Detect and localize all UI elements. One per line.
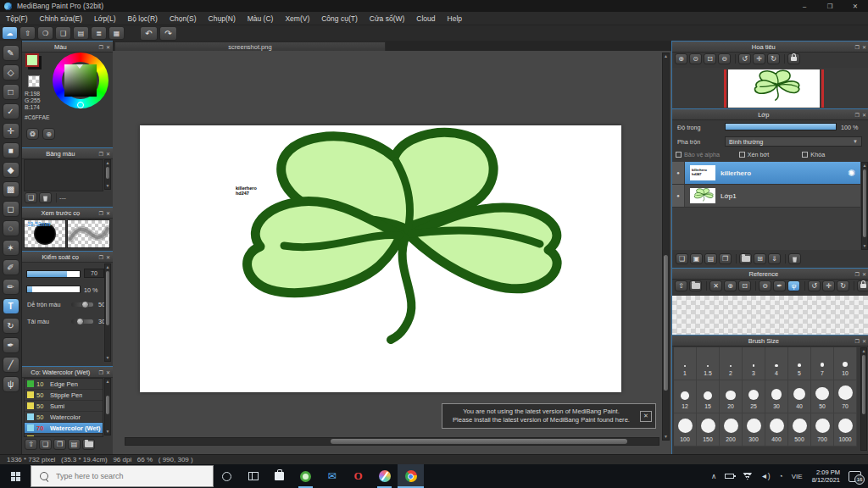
notification-close-button[interactable]: ✕ — [640, 411, 652, 422]
duplicate-layer-icon[interactable]: ⊞ — [754, 253, 766, 264]
fit-window-icon[interactable]: ⊡ — [704, 53, 716, 64]
brush-size-option[interactable]: 4 — [765, 347, 788, 380]
search-input[interactable] — [54, 471, 202, 481]
mail-taskbar-button[interactable]: ✉ — [319, 464, 345, 488]
menu-item-3[interactable]: Bộ lọc(R) — [122, 12, 164, 25]
scroll-thumb[interactable] — [106, 167, 109, 179]
reset-view-icon[interactable]: ✛ — [822, 280, 835, 291]
scroll-down-icon[interactable]: ▼ — [105, 183, 110, 189]
scroll-up-icon[interactable]: ▲ — [663, 53, 669, 59]
brush-control-scrollbar[interactable]: ▲ ▼ — [104, 263, 111, 362]
brush-item[interactable]: 10Edge Pen — [25, 379, 103, 390]
store-taskbar-button[interactable] — [266, 464, 292, 488]
grid-icon[interactable]: ▦ — [108, 26, 125, 40]
scroll-thumb[interactable] — [106, 396, 109, 414]
clock[interactable]: 2:09 PM 8/12/2021 — [812, 469, 840, 484]
merge-layer-icon[interactable]: ⇓ — [768, 253, 781, 264]
scroll-up-icon[interactable]: ▲ — [105, 264, 110, 270]
select-pen-tool[interactable]: ✐ — [3, 259, 19, 275]
lasso-tool[interactable]: ◌ — [3, 220, 19, 236]
maximize-button[interactable]: ❐ — [817, 0, 843, 12]
layer-visibility-dot[interactable]: ● — [672, 162, 685, 184]
scroll-up-icon[interactable]: ▲ — [862, 163, 867, 169]
brush-size-option[interactable]: 3 — [743, 347, 765, 380]
brush-size-option[interactable]: 300 — [743, 413, 765, 446]
tray-expand-icon[interactable]: ∧ — [711, 472, 716, 480]
close-icon[interactable]: ✕ — [862, 338, 866, 344]
hue-marker[interactable] — [77, 102, 84, 108]
bucket-tool[interactable]: ◆ — [3, 162, 19, 178]
background-color-swatch[interactable] — [28, 75, 40, 87]
chrome-taskbar-button[interactable] — [398, 464, 424, 488]
scroll-up-icon[interactable]: ▲ — [861, 348, 866, 354]
close-icon[interactable]: ✕ — [862, 271, 866, 277]
layer-row[interactable]: ●killerherohd247killerhero✺ — [672, 162, 860, 185]
opera-taskbar-button[interactable]: O — [345, 464, 371, 488]
scroll-down-icon[interactable]: ▼ — [663, 434, 669, 440]
zoom-in-icon[interactable]: ⊕ — [724, 280, 737, 291]
brush-size-option[interactable]: 700 — [811, 413, 834, 446]
close-icon[interactable]: ✕ — [106, 210, 110, 216]
select-eraser-tool[interactable]: ✏ — [3, 279, 19, 295]
brush-size-option[interactable]: 10 — [834, 347, 857, 380]
add-layer-icon[interactable]: ❏ — [676, 253, 688, 264]
scroll-down-icon[interactable]: ▼ — [862, 243, 867, 249]
brush-size-option[interactable]: 200 — [720, 413, 743, 446]
rotate-left-icon[interactable]: ↺ — [808, 280, 821, 291]
redo-button[interactable]: ↷ — [159, 26, 177, 41]
blend-mode-dropdown[interactable]: Bình thường ▼ — [725, 136, 862, 147]
eyedropper-icon[interactable]: ✒ — [773, 280, 786, 291]
brush-opacity-slider[interactable] — [26, 286, 81, 293]
rotate-right-icon[interactable]: ↻ — [767, 53, 780, 64]
battery-icon[interactable] — [725, 474, 734, 479]
layer-opacity-slider[interactable] — [725, 123, 837, 130]
publish-icon[interactable]: ⇧ — [19, 26, 36, 40]
close-icon[interactable]: ✕ — [106, 44, 110, 50]
fit-icon[interactable]: ⊡ — [738, 280, 751, 291]
brush-size-option[interactable]: 40 — [788, 380, 811, 413]
brush-size-option[interactable]: 5 — [788, 347, 811, 380]
language-indicator[interactable]: VIE — [792, 473, 803, 480]
eraser-tool[interactable]: ◇ — [3, 64, 19, 80]
layer-checkbox-bảo-vệ-alpha[interactable]: Bảo vệ alpha — [676, 151, 739, 158]
scroll-down-icon[interactable]: ▼ — [105, 355, 110, 361]
canvas-horizontal-scrollbar[interactable] — [125, 437, 659, 446]
wifi-icon[interactable] — [743, 473, 752, 480]
menu-item-0[interactable]: Tệp(F) — [0, 12, 34, 25]
cloud-icon[interactable]: ☁ — [2, 26, 18, 40]
brush-size-option[interactable]: 50 — [811, 380, 834, 413]
document-tab[interactable]: screenshot.png — [114, 42, 386, 51]
brush-list-scrollbar[interactable]: ▲ ▼ — [104, 378, 111, 435]
zoom-out-icon[interactable]: ⊖ — [759, 280, 771, 291]
popout-icon[interactable]: ❐ — [855, 338, 860, 344]
transform-tool[interactable]: ↻ — [3, 318, 19, 334]
brush-size-option[interactable]: 400 — [765, 413, 788, 446]
medibang-taskbar-button[interactable] — [371, 464, 398, 488]
brush-item[interactable]: 50Sumi — [25, 401, 103, 412]
popout-icon[interactable]: ❐ — [99, 254, 103, 260]
add-brush-icon[interactable]: ❏ — [39, 439, 52, 450]
dot-pen-tool[interactable]: □ — [3, 84, 19, 100]
brush-size-option[interactable]: 12 — [674, 380, 697, 413]
comment-icon[interactable]: ❍ — [37, 26, 53, 40]
menu-item-5[interactable]: Chụp(N) — [203, 12, 242, 25]
navigator-preview[interactable] — [672, 68, 868, 109]
add-8bit-layer-icon[interactable]: ▣ — [690, 253, 703, 264]
scroll-thumb[interactable] — [862, 355, 865, 414]
delete-layer-icon[interactable] — [788, 253, 801, 264]
brush-item[interactable]: 50Stipple Pen — [25, 390, 103, 401]
layer-row[interactable]: ●Lớp1 — [672, 185, 860, 208]
gradient-tool[interactable]: ▩ — [3, 181, 19, 197]
scroll-down-icon[interactable]: ▼ — [105, 429, 110, 435]
tray-app-icon[interactable]: ◔ — [779, 472, 783, 480]
palette-scrollbar[interactable]: ▲ ▼ — [104, 159, 111, 190]
menu-item-1[interactable]: Chỉnh sửa(E) — [34, 12, 89, 25]
move-tool[interactable]: ✛ — [3, 123, 19, 139]
popout-icon[interactable]: ❐ — [99, 151, 103, 157]
cortana-taskbar-button[interactable] — [214, 464, 240, 488]
brush-tool[interactable]: ✎ — [3, 45, 19, 61]
folder-icon[interactable] — [689, 280, 702, 291]
scroll-thumb[interactable] — [863, 169, 866, 237]
layer-folder-icon[interactable] — [739, 253, 752, 264]
text-tool[interactable]: T — [3, 298, 19, 314]
